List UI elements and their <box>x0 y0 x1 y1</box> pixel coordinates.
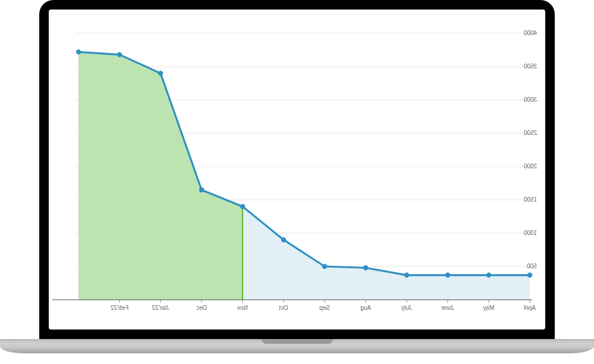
svg-point-15 <box>281 237 286 242</box>
svg-point-17 <box>199 187 204 192</box>
svg-point-12 <box>404 272 409 277</box>
svg-point-13 <box>363 265 368 270</box>
laptop-frame: 5001000150020002500300035004000AprilMayJ… <box>39 0 555 339</box>
chart-screen: 5001000150020002500300035004000AprilMayJ… <box>49 10 545 330</box>
svg-point-19 <box>117 52 122 57</box>
svg-point-14 <box>322 264 327 269</box>
svg-point-18 <box>158 71 163 76</box>
laptop-notch <box>262 339 333 344</box>
chart-container: 5001000150020002500300035004000AprilMayJ… <box>49 10 545 330</box>
area-chart <box>49 10 545 330</box>
svg-point-20 <box>76 49 81 54</box>
svg-point-16 <box>240 204 245 209</box>
svg-point-11 <box>445 272 450 277</box>
svg-point-10 <box>486 272 491 277</box>
svg-point-9 <box>527 272 532 277</box>
